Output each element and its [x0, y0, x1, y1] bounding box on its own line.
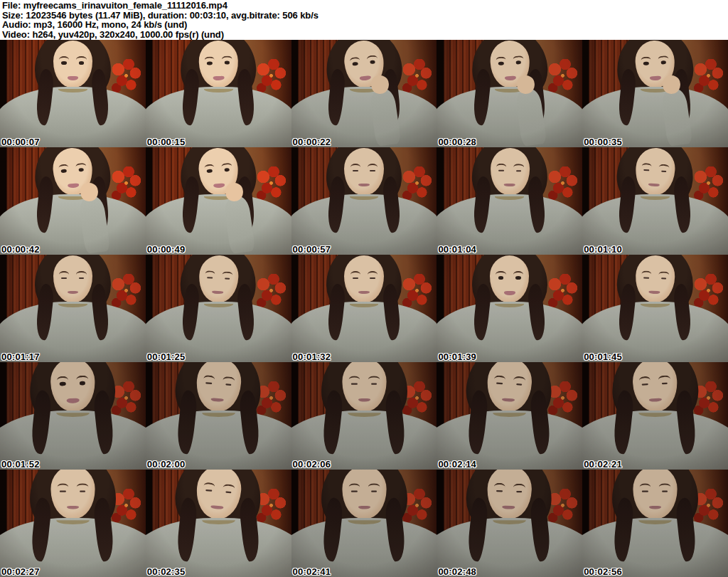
timestamp-overlay: 00:01:45 [584, 351, 622, 362]
frame-image [437, 147, 582, 255]
video-frame-thumbnail: 00:01:04 [437, 147, 582, 255]
person-lips [212, 290, 223, 294]
video-frame-thumbnail: 00:00:57 [291, 147, 437, 255]
frame-image [582, 362, 728, 470]
person-lips [650, 398, 663, 402]
person-eye-right [516, 383, 523, 386]
size-info-line: Size: 12023546 bytes (11.47 MiB), durati… [2, 11, 728, 21]
timestamp-overlay: 00:01:25 [147, 351, 186, 362]
person-eye-right [78, 168, 84, 171]
video-frame-thumbnail: 00:01:25 [146, 255, 291, 362]
timestamp-overlay: 00:01:39 [438, 351, 476, 362]
person-lips [211, 505, 224, 510]
person [0, 362, 146, 470]
person-eye-left [205, 382, 212, 384]
timestamp-overlay: 00:02:35 [147, 566, 186, 577]
person-lips [360, 75, 371, 80]
timestamp-overlay: 00:02:41 [293, 566, 331, 577]
person-eye-right [79, 61, 85, 65]
person-eye-right [370, 491, 377, 492]
video-frame-thumbnail: 00:02:56 [582, 470, 728, 577]
person [291, 147, 437, 255]
person-lips [505, 75, 516, 80]
person [582, 470, 728, 577]
timestamp-overlay: 00:00:07 [1, 137, 40, 147]
person [582, 362, 728, 470]
person-eye-left [497, 383, 503, 385]
person-lips [648, 183, 660, 187]
video-frame-thumbnail: 00:01:45 [582, 255, 728, 362]
person-lips [211, 398, 224, 402]
person-eye-left [644, 277, 650, 279]
person-lips [67, 506, 80, 509]
person [437, 40, 582, 147]
person-eye-right [515, 60, 521, 64]
frame-image [291, 40, 437, 147]
frame-image [146, 470, 291, 577]
person [291, 470, 437, 577]
frame-image [0, 147, 146, 255]
person-lips [68, 76, 79, 80]
video-frame-thumbnail: 00:01:10 [582, 147, 728, 255]
person-eye-right [225, 278, 230, 280]
person-eye-left [498, 170, 504, 171]
person-eye-left [498, 276, 504, 280]
frame-image [291, 255, 437, 362]
person-eye-right [661, 60, 667, 64]
frame-image [146, 362, 291, 470]
person-eye-left [207, 277, 213, 278]
person-eye-right [225, 492, 232, 494]
person-lips [503, 505, 515, 509]
person-eye-right [224, 61, 230, 65]
person-face [344, 255, 383, 302]
person [0, 470, 146, 577]
person-lips [358, 506, 370, 509]
person-lips [358, 291, 370, 295]
person [291, 40, 437, 147]
frame-image [437, 40, 582, 147]
person [291, 255, 437, 362]
video-frame-thumbnail: 00:01:52 [0, 362, 146, 470]
person-eye-left [207, 169, 213, 173]
person-eye-left [61, 61, 67, 65]
frame-image [291, 362, 437, 470]
person-eye-left [642, 491, 648, 492]
person-eye-right [515, 170, 521, 171]
person [291, 362, 437, 470]
frame-image [437, 255, 582, 362]
person-eye-right [370, 170, 375, 171]
person-lips [504, 183, 515, 186]
person-eye-left [205, 489, 212, 492]
timestamp-overlay: 00:02:27 [1, 566, 40, 577]
frame-image [437, 362, 582, 470]
person-eye-right [515, 276, 521, 280]
timestamp-overlay: 00:00:15 [147, 137, 186, 147]
video-frame-thumbnail: 00:02:41 [291, 470, 437, 577]
person [582, 40, 728, 147]
person-lips [358, 398, 370, 402]
video-frame-thumbnail: 00:00:15 [146, 40, 291, 147]
audio-info-line: Audio: mp3, 16000 Hz, mono, 24 kb/s (und… [2, 20, 728, 30]
timestamp-overlay: 00:00:35 [584, 137, 622, 147]
person [582, 147, 728, 255]
person-lips [651, 75, 662, 80]
video-frame-thumbnail: 00:01:17 [0, 255, 146, 362]
video-frame-thumbnail: 00:02:06 [291, 362, 437, 470]
person-face [53, 255, 92, 302]
frame-image [291, 147, 437, 255]
person-eye-right [80, 381, 86, 385]
person-eye-left [497, 490, 503, 492]
video-frame-thumbnail: 00:01:32 [291, 255, 437, 362]
person [0, 147, 146, 255]
timestamp-overlay: 00:01:17 [1, 351, 40, 362]
person-lips [649, 506, 662, 509]
person-lips [68, 291, 79, 295]
person [146, 470, 291, 577]
frame-image [146, 40, 291, 147]
timestamp-overlay: 00:00:57 [293, 244, 331, 255]
timestamp-overlay: 00:02:14 [438, 459, 476, 470]
person-eye-left [60, 491, 66, 492]
person-face [53, 41, 92, 88]
person-eye-right [370, 60, 375, 64]
timestamp-overlay: 00:01:04 [438, 244, 476, 255]
